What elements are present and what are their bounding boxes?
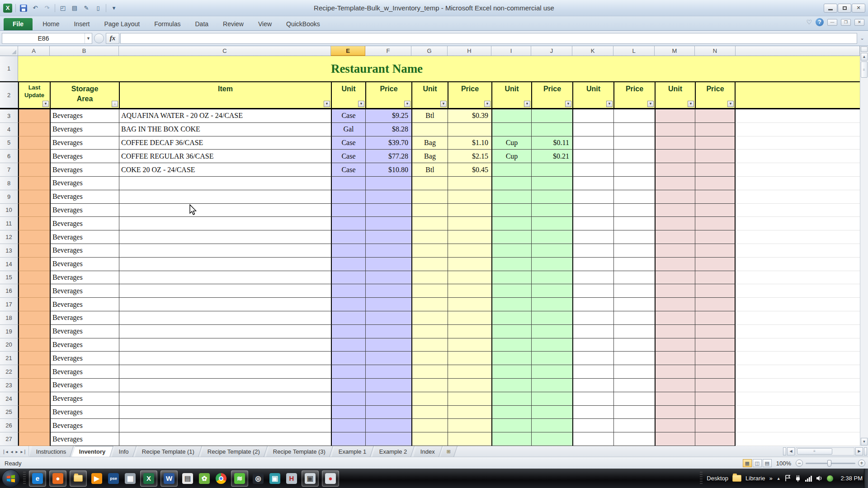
row-header-2[interactable]: 2 bbox=[0, 82, 18, 108]
grid-cell-B17[interactable]: Beverages bbox=[50, 298, 119, 311]
grid-cell-M26[interactable] bbox=[655, 419, 695, 432]
grid-filler-cell[interactable] bbox=[736, 150, 860, 163]
grid-cell-E9[interactable] bbox=[331, 190, 365, 204]
next-sheet-icon[interactable]: ▸ bbox=[15, 449, 18, 454]
header-cell-C[interactable]: Item▼ bbox=[119, 82, 331, 108]
grid-cell-F17[interactable] bbox=[365, 298, 411, 311]
filter-dropdown-button[interactable]: ▼ bbox=[727, 101, 734, 107]
grid-cell-E3[interactable]: Case bbox=[331, 109, 365, 123]
new-document-icon[interactable]: ▯ bbox=[93, 3, 103, 13]
grid-cell-H24[interactable] bbox=[448, 392, 491, 406]
grid-filler-cell[interactable] bbox=[736, 123, 860, 136]
scroll-left-button[interactable]: ◀ bbox=[787, 447, 795, 455]
grid-cell-E15[interactable] bbox=[331, 271, 365, 285]
row-header-8[interactable]: 8 bbox=[0, 177, 18, 190]
grid-cell-K6[interactable] bbox=[572, 150, 613, 163]
libraries-toolbar-label[interactable]: Librarie bbox=[745, 475, 765, 482]
tab-split-handle-right[interactable] bbox=[864, 447, 867, 455]
row-header-5[interactable]: 5 bbox=[0, 136, 18, 150]
grid-cell-N22[interactable] bbox=[695, 365, 736, 379]
grid-cell-N15[interactable] bbox=[695, 271, 736, 285]
sheet-tab-recipe-template-1-[interactable]: Recipe Template (1) bbox=[134, 446, 202, 457]
grid-cell-H8[interactable] bbox=[448, 177, 491, 190]
zoom-in-button[interactable]: + bbox=[858, 460, 865, 467]
grid-cell-C9[interactable] bbox=[119, 190, 331, 204]
grid-cell-I23[interactable] bbox=[491, 379, 531, 392]
header-cell-H[interactable]: Price▼ bbox=[448, 82, 491, 108]
grid-cell-G14[interactable] bbox=[411, 258, 448, 271]
grid-cell-B3[interactable]: Beverages bbox=[50, 109, 119, 123]
header-cell-B[interactable]: StorageArea↓ bbox=[50, 82, 119, 108]
grid-cell-M7[interactable] bbox=[655, 163, 695, 177]
sheet-tab-example-2[interactable]: Example 2 bbox=[372, 446, 415, 457]
grid-cell-N13[interactable] bbox=[695, 244, 736, 258]
row-header-25[interactable]: 25 bbox=[0, 406, 18, 419]
grid-cell-F3[interactable]: $9.25 bbox=[365, 109, 411, 123]
grid-cell-C22[interactable] bbox=[119, 365, 331, 379]
column-header-A[interactable]: A bbox=[18, 46, 50, 56]
grid-cell-B11[interactable]: Beverages bbox=[50, 217, 119, 230]
grid-cell-K10[interactable] bbox=[572, 204, 613, 217]
ribbon-tab-page-layout[interactable]: Page Layout bbox=[97, 18, 147, 30]
grid-cell-B18[interactable]: Beverages bbox=[50, 311, 119, 325]
grid-cell-J11[interactable] bbox=[531, 217, 572, 230]
grid-cell-N14[interactable] bbox=[695, 258, 736, 271]
row-header-1[interactable]: 1 bbox=[0, 56, 18, 81]
scroll-down-button[interactable]: ▼ bbox=[861, 438, 868, 446]
antivirus-tray-icon[interactable] bbox=[827, 475, 833, 482]
grid-cell-N6[interactable] bbox=[695, 150, 736, 163]
grid-cell-N26[interactable] bbox=[695, 419, 736, 432]
grid-cell-J25[interactable] bbox=[531, 406, 572, 419]
grid-cell-F10[interactable] bbox=[365, 204, 411, 217]
filter-dropdown-button[interactable]: ▼ bbox=[440, 101, 447, 107]
zoom-out-button[interactable]: − bbox=[796, 460, 803, 467]
grid-cell-H21[interactable] bbox=[448, 352, 491, 365]
grid-cell-L17[interactable] bbox=[613, 298, 655, 311]
grid-cell-A18[interactable] bbox=[18, 311, 50, 325]
grid-cell-E10[interactable] bbox=[331, 204, 365, 217]
print-preview-icon[interactable]: ◰ bbox=[58, 3, 68, 13]
grid-filler-cell[interactable] bbox=[736, 204, 860, 217]
grid-cell-H18[interactable] bbox=[448, 311, 491, 325]
grid-cell-M16[interactable] bbox=[655, 284, 695, 298]
row-header-3[interactable]: 3 bbox=[0, 109, 18, 123]
grid-cell-G27[interactable] bbox=[411, 432, 448, 446]
grid-filler-cell[interactable] bbox=[736, 190, 860, 204]
grid-cell-L7[interactable] bbox=[613, 163, 655, 177]
grid-cell-E11[interactable] bbox=[331, 217, 365, 230]
grid-cell-E13[interactable] bbox=[331, 244, 365, 258]
grid-cell-E21[interactable] bbox=[331, 352, 365, 365]
grid-cell-L12[interactable] bbox=[613, 230, 655, 244]
grid-cell-I13[interactable] bbox=[491, 244, 531, 258]
grid-cell-K22[interactable] bbox=[572, 365, 613, 379]
edit-icon[interactable]: ✎ bbox=[81, 3, 91, 13]
grid-cell-G25[interactable] bbox=[411, 406, 448, 419]
minimize-button[interactable] bbox=[824, 4, 837, 13]
column-header-C[interactable]: C bbox=[119, 46, 331, 56]
grid-cell-J19[interactable] bbox=[531, 325, 572, 338]
close-window-icon[interactable]: ✕ bbox=[854, 19, 864, 26]
vertical-scrollbar[interactable]: ▲ ≡ ▼ bbox=[860, 46, 868, 446]
libraries-icon[interactable] bbox=[732, 475, 741, 482]
grid-cell-N25[interactable] bbox=[695, 406, 736, 419]
grid-cell-E23[interactable] bbox=[331, 379, 365, 392]
page-break-view-icon[interactable]: ▤ bbox=[763, 459, 772, 467]
grid-cell-G4[interactable] bbox=[411, 123, 448, 136]
grid-cell-K26[interactable] bbox=[572, 419, 613, 432]
filter-dropdown-button[interactable]: ▼ bbox=[565, 101, 571, 107]
grid-cell-C4[interactable]: BAG IN THE BOX COKE bbox=[119, 123, 331, 136]
grid-cell-A23[interactable] bbox=[18, 379, 50, 392]
scroll-up-button[interactable]: ▲ bbox=[861, 53, 868, 61]
filter-dropdown-button[interactable]: ▼ bbox=[484, 101, 491, 107]
grid-cell-M22[interactable] bbox=[655, 365, 695, 379]
row-header-6[interactable]: 6 bbox=[0, 150, 18, 163]
network-signal-icon[interactable] bbox=[805, 475, 812, 482]
grid-cell-C16[interactable] bbox=[119, 284, 331, 298]
grid-cell-B25[interactable]: Beverages bbox=[50, 406, 119, 419]
column-header-E[interactable]: E bbox=[331, 46, 365, 56]
grid-cell-I5[interactable]: Cup bbox=[491, 136, 531, 150]
header-cell-G[interactable]: Unit▼ bbox=[411, 82, 448, 108]
grid-filler-cell[interactable] bbox=[736, 109, 860, 123]
restore-button[interactable] bbox=[838, 4, 851, 13]
grid-cell-J24[interactable] bbox=[531, 392, 572, 406]
